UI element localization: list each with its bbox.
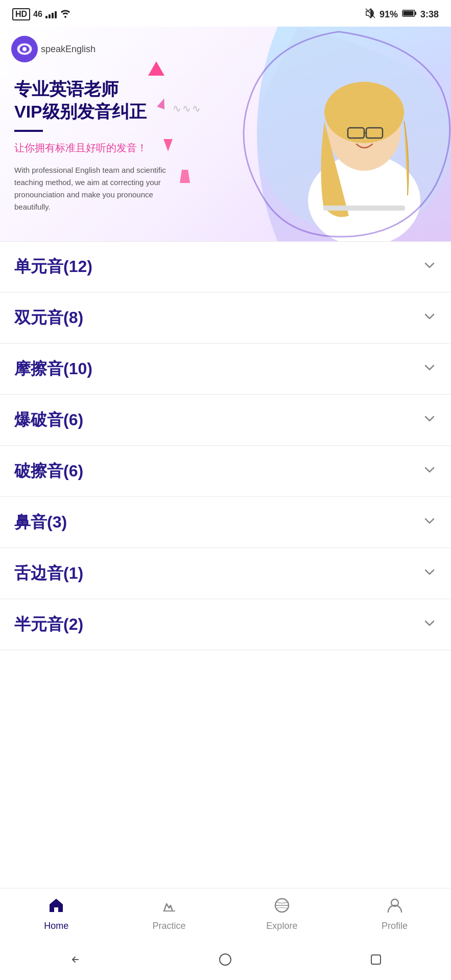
accordion-label: 鼻音(3) <box>14 511 67 534</box>
nav-item-explore[interactable]: Explore <box>226 888 339 939</box>
nav-label-practice: Practice <box>153 921 186 931</box>
banner-divider <box>14 130 43 132</box>
home-icon <box>48 897 65 918</box>
accordion-label: 双元音(8) <box>14 307 83 329</box>
system-nav-bar <box>0 939 451 980</box>
practice-icon <box>160 897 178 918</box>
chevron-down-icon <box>422 360 437 378</box>
mute-icon <box>365 8 375 21</box>
nav-label-profile: Profile <box>382 921 408 931</box>
home-button[interactable] <box>212 947 238 972</box>
back-button[interactable] <box>62 947 88 972</box>
accordion-label: 半元音(2) <box>14 613 83 636</box>
recents-button[interactable] <box>363 947 389 972</box>
explore-icon <box>273 897 291 918</box>
accordion-item-6[interactable]: 舌边音(1) <box>0 548 451 599</box>
accordion-list: 单元音(12) 双元音(8) 摩擦音(10) 爆破音(6) 破擦音(6) <box>0 241 451 650</box>
status-bar: HD 46 91% 3:38 <box>0 0 451 27</box>
accordion-label: 舌边音(1) <box>14 562 83 585</box>
decoration-triangle-1 <box>148 61 164 76</box>
accordion-item-3[interactable]: 爆破音(6) <box>0 395 451 446</box>
svg-point-6 <box>22 47 27 51</box>
chevron-down-icon <box>422 616 437 633</box>
signal-icon <box>45 10 57 18</box>
svg-rect-18 <box>371 955 381 964</box>
accordion-item-0[interactable]: 单元音(12) <box>0 241 451 292</box>
accordion-label: 摩擦音(10) <box>14 358 92 380</box>
nav-label-explore: Explore <box>266 921 297 931</box>
logo-text: speakEnglish <box>41 44 96 55</box>
time-display: 3:38 <box>420 9 439 20</box>
svg-rect-3 <box>403 11 413 15</box>
logo-icon <box>11 36 38 62</box>
accordion-label: 爆破音(6) <box>14 409 83 431</box>
chevron-down-icon <box>422 412 437 429</box>
svg-rect-2 <box>415 12 416 15</box>
battery-text: 91% <box>379 9 398 20</box>
banner-heading: 专业英语老师VIP级别发音纠正 <box>14 78 267 123</box>
nav-item-practice[interactable]: Practice <box>113 888 226 939</box>
nav-label-home: Home <box>44 921 68 931</box>
accordion-item-7[interactable]: 半元音(2) <box>0 599 451 650</box>
accordion-item-5[interactable]: 鼻音(3) <box>0 497 451 548</box>
accordion-label: 破擦音(6) <box>14 460 83 483</box>
accordion-item-4[interactable]: 破擦音(6) <box>0 446 451 497</box>
svg-point-17 <box>220 954 231 965</box>
app-logo: speakEnglish <box>11 36 96 62</box>
banner-title-block: 专业英语老师VIP级别发音纠正 让你拥有标准且好听的发音！ With profe… <box>14 78 267 213</box>
bottom-nav: Home Practice Explore Profile <box>0 888 451 939</box>
blob-outline <box>236 27 451 241</box>
banner: speakEnglish ∿∿∿ <box>0 27 451 241</box>
chevron-down-icon <box>422 463 437 480</box>
chevron-down-icon <box>422 309 437 327</box>
status-left: HD 46 <box>12 8 71 20</box>
chevron-down-icon <box>422 565 437 582</box>
profile-icon <box>386 897 403 918</box>
signal-text: 46 <box>33 10 42 19</box>
banner-subtitle: 让你拥有标准且好听的发音！ <box>14 141 267 155</box>
status-right: 91% 3:38 <box>365 8 439 21</box>
battery-icon <box>402 9 416 20</box>
nav-item-home[interactable]: Home <box>0 888 113 939</box>
accordion-label: 单元音(12) <box>14 256 92 278</box>
hd-badge: HD <box>12 8 30 20</box>
banner-description: With professional English team and scien… <box>14 164 178 213</box>
nav-item-profile[interactable]: Profile <box>338 888 451 939</box>
wifi-icon <box>60 9 71 20</box>
accordion-item-2[interactable]: 摩擦音(10) <box>0 344 451 395</box>
chevron-down-icon <box>422 514 437 531</box>
chevron-down-icon <box>422 258 437 276</box>
accordion-item-1[interactable]: 双元音(8) <box>0 292 451 344</box>
